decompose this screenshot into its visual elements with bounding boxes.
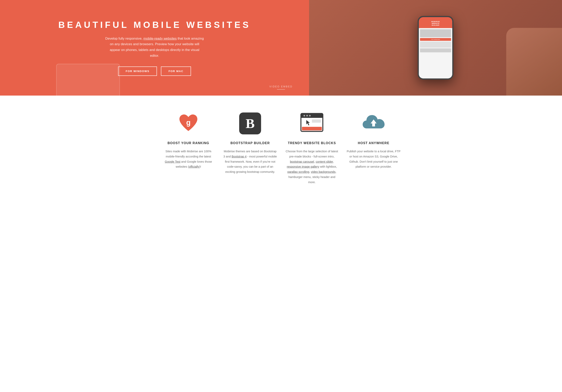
svg-point-6 <box>309 115 311 116</box>
hero-content: BEAUTIFUL MOBILE WEBSITES Develop fully … <box>0 0 309 96</box>
trendy-blocks-title: TRENDY WEBSITE BLOCKS <box>288 141 336 145</box>
bootstrap-icon: B <box>238 112 262 135</box>
hero-image-side: MOBIRISEWEBSITEBUILDER FOR WINDOWS <box>309 0 562 96</box>
host-anywhere-title: HOST ANYWHERE <box>358 141 389 145</box>
officially-link[interactable]: officially <box>189 165 199 168</box>
cloud-upload-icon <box>362 114 386 133</box>
google-test-link[interactable]: Google Test <box>165 160 180 163</box>
svg-marker-7 <box>306 120 310 126</box>
feature-trendy-blocks: TRENDY WEBSITE BLOCKS Choose from the la… <box>285 112 339 185</box>
windows-button[interactable]: FOR WINDOWS <box>118 67 157 76</box>
hand-background <box>506 28 562 96</box>
browser-blocks-icon <box>300 113 324 134</box>
hero-section: BEAUTIFUL MOBILE WEBSITES Develop fully … <box>0 0 562 96</box>
hero-buttons: FOR WINDOWS FOR MAC <box>118 67 191 76</box>
bootstrap-desc: Mobirise themes are based on Bootstrap 3… <box>223 149 277 175</box>
feature-bootstrap: B BOOTSTRAP BUILDER Mobirise themes are … <box>223 112 277 185</box>
trendy-blocks-desc: Choose from the large selection of lates… <box>285 149 339 185</box>
hero-title: BEAUTIFUL MOBILE WEBSITES <box>58 20 251 30</box>
hero-desc-prefix: Develop fully responsive, <box>105 37 143 40</box>
feature-host-anywhere: HOST ANYWHERE Publish your website to a … <box>347 112 400 185</box>
features-grid: g BOOST YOUR RANKING Sites made with Mob… <box>162 112 400 185</box>
bootstrap-b-icon: B <box>239 113 261 134</box>
hero-desc-link[interactable]: mobile-ready websites <box>143 37 177 40</box>
bootstrap-carousel-link[interactable]: bootstrap carousel <box>290 160 314 163</box>
host-anywhere-icon <box>362 112 386 135</box>
phone-screen-header: MOBIRISEWEBSITEBUILDER <box>419 17 452 28</box>
responsive-gallery-link[interactable]: responsive image gallery <box>287 165 319 168</box>
svg-rect-8 <box>312 119 321 123</box>
video-embed-label: VIDEO EMBED <box>269 85 293 90</box>
svg-text:g: g <box>186 118 191 127</box>
boost-ranking-desc: Sites made with Mobirise are 100% mobile… <box>162 149 215 169</box>
hero-description: Develop fully responsive, mobile-ready w… <box>105 36 204 58</box>
phone-screen-body: FOR WINDOWS <box>419 28 452 79</box>
svg-point-5 <box>306 115 308 116</box>
video-label-line <box>277 89 285 90</box>
boost-ranking-icon: g <box>176 112 200 135</box>
bootstrap4-link[interactable]: Bootstrap 4 <box>232 155 246 158</box>
svg-rect-9 <box>302 127 322 130</box>
bootstrap-title: BOOTSTRAP BUILDER <box>230 141 270 145</box>
boost-ranking-title: BOOST YOUR RANKING <box>167 141 209 145</box>
host-anywhere-desc: Publish your website to a local drive, F… <box>347 149 400 169</box>
phone-screen: MOBIRISEWEBSITEBUILDER FOR WINDOWS <box>419 17 452 79</box>
content-slider-link[interactable]: content slider <box>316 160 333 163</box>
features-section: g BOOST YOUR RANKING Sites made with Mob… <box>0 96 562 197</box>
svg-point-4 <box>304 115 305 116</box>
phone-screen-cta: FOR WINDOWS <box>420 38 451 41</box>
video-backgrounds-link[interactable]: video backgrounds <box>311 170 336 173</box>
trendy-blocks-icon <box>300 112 324 135</box>
parallax-link[interactable]: parallax scrolling <box>287 170 309 173</box>
heart-google-icon: g <box>177 114 199 133</box>
mac-button[interactable]: FOR MAC <box>161 67 191 76</box>
hero-phone-mockup: MOBIRISEWEBSITEBUILDER FOR WINDOWS <box>309 0 562 96</box>
phone-frame: MOBIRISEWEBSITEBUILDER FOR WINDOWS <box>418 16 454 80</box>
feature-boost-ranking: g BOOST YOUR RANKING Sites made with Mob… <box>162 112 215 185</box>
